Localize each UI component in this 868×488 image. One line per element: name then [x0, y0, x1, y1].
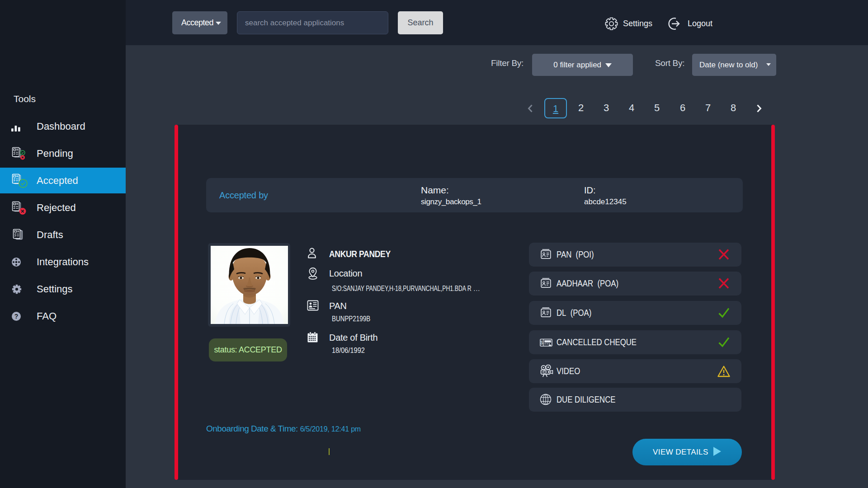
svg-text:?: ? [14, 313, 19, 320]
